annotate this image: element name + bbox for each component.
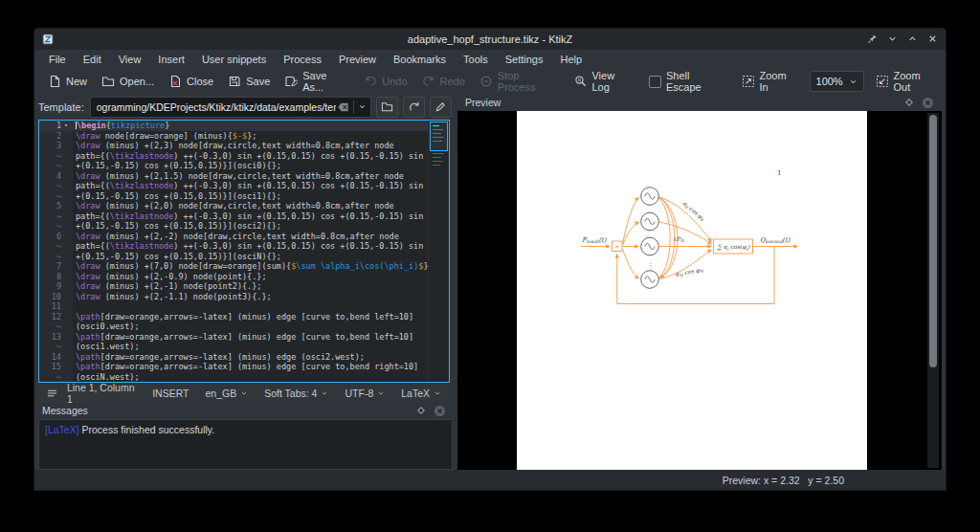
menu-user-snippets[interactable]: User snippets: [193, 52, 275, 67]
code-row[interactable]: 4\draw (minus) +(2,1.5) node[draw,circle…: [39, 171, 429, 182]
template-combobox[interactable]: ogramming/KDEProjects/Ktikz/ktikz/data/e…: [90, 97, 371, 118]
template-reload-button[interactable]: [403, 97, 425, 118]
menu-insert[interactable]: Insert: [149, 52, 193, 67]
titlebar[interactable]: adaptive_hopf_structure.tikz - KtikZ: [34, 29, 946, 50]
chevron-down-icon: [240, 389, 248, 397]
fold-marker[interactable]: ▾: [64, 121, 73, 131]
stop-process-button[interactable]: Stop Process: [474, 67, 566, 96]
alpha0-label: α0 cos φ0: [681, 199, 707, 222]
menu-tools[interactable]: Tools: [455, 52, 497, 67]
menu-process[interactable]: Process: [275, 52, 330, 67]
line-number: 12: [39, 312, 64, 322]
menu-edit[interactable]: Edit: [75, 52, 110, 67]
code-row[interactable]: ↪+(0.15,-0.15) cos +(0.15,0.15)}](osci0)…: [39, 161, 429, 171]
code-row[interactable]: ↪(osciN.west);: [39, 372, 429, 383]
template-open-button[interactable]: [376, 97, 398, 118]
clear-text-icon[interactable]: [336, 101, 349, 113]
code-row[interactable]: 10\draw (minus) +(2,-1.1) node(point3){.…: [39, 292, 429, 302]
edge-minus-osciN: [623, 250, 639, 279]
code-row[interactable]: ↪path={(\tikzlastnode) ++(-0.3,0) sin +(…: [39, 241, 429, 252]
line-number: 14: [39, 352, 64, 363]
code-row[interactable]: 14\path[draw=orange,arrows=-latex] (minu…: [39, 352, 429, 363]
code-row[interactable]: 3\draw (minus) +(2,3) node[draw,circle,t…: [39, 141, 429, 151]
code-row[interactable]: 2\draw node[draw=orange] (minus){$-$};: [39, 131, 429, 142]
code-row[interactable]: 5\draw (minus) +(2,0) node[draw,circle,t…: [39, 201, 429, 211]
dictionary-select[interactable]: en_GB: [206, 388, 249, 399]
code-row[interactable]: 12\path[draw=orange,arrows=-latex] (minu…: [39, 312, 429, 322]
code-row[interactable]: ↪+(0.15,-0.15) cos +(0.15,0.15)}](osci2)…: [39, 221, 429, 232]
syntax-select[interactable]: LaTeX: [401, 388, 441, 399]
pin-icon[interactable]: [867, 33, 878, 44]
shell-escape-toggle[interactable]: Shell Escape: [643, 67, 733, 96]
refresh-icon: [408, 100, 420, 113]
code-row[interactable]: 1▾\begin{tikzpicture}: [39, 121, 429, 131]
code-row[interactable]: ↪(osci0.west);: [39, 321, 429, 332]
code-row[interactable]: ↪+(0.15,-0.15) cos +(0.15,0.15)}](osci1)…: [39, 191, 429, 202]
code-row[interactable]: 15\path[draw=orange,arrows=-latex] (minu…: [39, 362, 429, 372]
wrap-indicator: ↪: [39, 151, 64, 162]
menu-settings[interactable]: Settings: [497, 52, 552, 67]
messages-header[interactable]: Messages: [34, 402, 454, 419]
view-log-button[interactable]: View Log: [568, 67, 641, 96]
minimap-mark: [433, 141, 442, 142]
minimize-icon[interactable]: [887, 33, 898, 44]
code-row[interactable]: ↪path={(\tikzlastnode) ++(-0.3,0) sin +(…: [39, 151, 429, 162]
zoom-in-button[interactable]: Zoom In: [736, 67, 804, 96]
menu-preview[interactable]: Preview: [330, 52, 385, 67]
code-row[interactable]: 9\draw (minus) +(2,-1) node(point2){.};: [39, 281, 429, 292]
close-panel-icon[interactable]: [922, 97, 934, 109]
float-panel-icon[interactable]: [415, 405, 427, 416]
hamburger-menu-icon[interactable]: [47, 388, 57, 399]
fold-gutter: [64, 201, 73, 211]
line-number: 8: [39, 272, 64, 282]
code-line-text: path={(\tikzlastnode) ++(-0.3,0) sin +(0…: [73, 241, 423, 252]
preview-scrollbar[interactable]: [927, 113, 939, 468]
template-edit-button[interactable]: [430, 97, 452, 118]
code-row[interactable]: 6\draw (minus) +(2,-2) node[draw,circle,…: [39, 232, 429, 242]
code-row[interactable]: ↪path={(\tikzlastnode) ++(-0.3,0) sin +(…: [39, 181, 429, 191]
save-as-button[interactable]: Save As...: [278, 67, 355, 96]
code-row[interactable]: 8\draw (minus) +(2,-0.9) node(point){.};: [39, 272, 429, 282]
maximize-icon[interactable]: [907, 33, 918, 44]
undo-button[interactable]: Undo: [358, 72, 412, 91]
tab-settings-select[interactable]: Soft Tabs: 4: [264, 388, 328, 399]
code-editor[interactable]: 1▾\begin{tikzpicture}2\draw node[draw=or…: [38, 120, 450, 383]
chevron-down-icon[interactable]: [358, 102, 367, 111]
save-button[interactable]: Save: [222, 72, 276, 91]
code-line-text: (osci1.west);: [73, 342, 140, 352]
chevron-down-icon: [321, 389, 328, 397]
input-mode[interactable]: INSERT: [152, 388, 189, 399]
code-row[interactable]: ↪+(0.15,-0.15) cos +(0.15,0.15)}](osciN)…: [39, 252, 429, 262]
open-button[interactable]: Open...: [96, 72, 160, 91]
minimap-scrollbar[interactable]: [428, 121, 449, 382]
preview-canvas[interactable]: 1: [457, 111, 942, 470]
code-line-text: \draw (minus) +(2,-2) node[draw,circle,t…: [73, 232, 399, 242]
code-row[interactable]: ↪path={(\tikzlastnode) ++(-0.3,0) sin +(…: [39, 211, 429, 222]
code-rows[interactable]: 1▾\begin{tikzpicture}2\draw node[draw=or…: [39, 121, 429, 382]
menu-file[interactable]: File: [40, 52, 75, 67]
code-row[interactable]: 11: [39, 301, 429, 312]
wrap-indicator: ↪: [39, 181, 64, 191]
code-row[interactable]: 13\path[draw=orange,arrows=-latex] (minu…: [39, 332, 429, 343]
preview-scrollbar-thumb[interactable]: [929, 115, 937, 367]
menu-view[interactable]: View: [110, 52, 150, 67]
redo-button[interactable]: Redo: [416, 72, 471, 91]
line-number: 3: [39, 141, 64, 151]
zoom-out-button[interactable]: Zoom Out: [870, 67, 946, 96]
encoding-select[interactable]: UTF-8: [345, 388, 385, 399]
save-as-icon: [284, 75, 298, 88]
float-panel-icon[interactable]: [903, 97, 915, 108]
menu-help[interactable]: Help: [551, 52, 590, 67]
preview-header[interactable]: Preview: [457, 94, 942, 111]
zoom-level-combobox[interactable]: 100%: [810, 71, 864, 92]
code-row[interactable]: 7\draw (minus) +(7,0) node[draw=orange](…: [39, 261, 429, 272]
input-label: Pteach(t): [582, 236, 607, 244]
close-file-button[interactable]: Close: [163, 72, 219, 91]
close-panel-icon[interactable]: [434, 405, 446, 417]
new-button[interactable]: New: [42, 72, 93, 91]
code-row[interactable]: ↪(osci1.west);: [39, 342, 429, 352]
preview-coordinates: Preview: x = 2.32 y = 2.50: [723, 475, 844, 486]
cursor-position[interactable]: Line 1, Column 1: [67, 382, 136, 405]
close-icon[interactable]: [927, 33, 938, 44]
menu-bookmarks[interactable]: Bookmarks: [385, 52, 455, 67]
